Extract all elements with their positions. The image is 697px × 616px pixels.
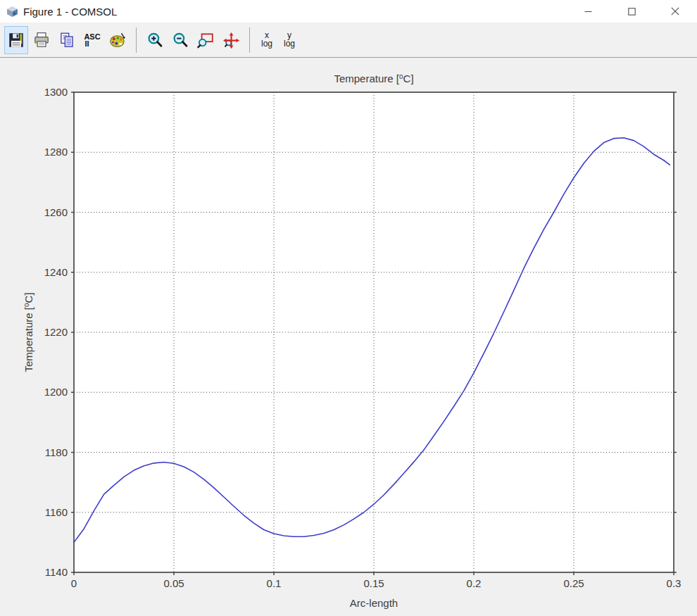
print-button[interactable] [30, 26, 54, 54]
toolbar: ASC II [0, 23, 697, 58]
x-tick-label: 0.2 [467, 577, 482, 589]
x-tick-label: 0.15 [363, 577, 384, 589]
titlebar: Figure 1 - COMSOL [0, 0, 697, 23]
close-button[interactable] [653, 0, 697, 23]
close-icon [671, 7, 679, 15]
maximize-icon [628, 8, 636, 15]
magnifier-minus-icon [171, 31, 189, 49]
figure-canvas: 00.050.10.150.20.250.3114011601180120012… [0, 58, 697, 616]
y-tick-label: 1300 [44, 86, 68, 98]
minimize-button[interactable] [566, 0, 610, 23]
x-tick-label: 0.1 [267, 577, 282, 589]
zoom-box-button[interactable] [194, 26, 218, 54]
x-tick-label: 0.05 [163, 577, 184, 589]
plot-area[interactable]: 00.050.10.150.20.250.3114011601180120012… [0, 58, 697, 616]
pan-arrows-icon [222, 31, 240, 49]
save-button[interactable] [4, 26, 28, 54]
y-tick-label: 1240 [44, 266, 68, 278]
pan-button[interactable] [219, 26, 243, 54]
zoom-in-button[interactable] [143, 26, 167, 54]
window-controls [566, 0, 697, 23]
x-log-button[interactable]: x log [256, 26, 277, 54]
toolbar-separator [249, 27, 250, 53]
figure-window: Figure 1 - COMSOL [0, 0, 697, 616]
x-tick-label: 0.3 [667, 577, 682, 589]
plot-title: Temperature [oC] [334, 73, 413, 84]
floppy-disk-icon [7, 31, 25, 49]
color-palette-button[interactable] [106, 26, 130, 54]
printer-icon [32, 31, 51, 49]
window-title: Figure 1 - COMSOL [23, 6, 117, 18]
toolbar-separator [136, 27, 137, 53]
copy-button[interactable] [55, 26, 79, 54]
y-tick-label: 1180 [45, 446, 68, 458]
y-tick-label: 1260 [44, 206, 68, 218]
y-log-label: y log [284, 32, 295, 48]
zoom-out-button[interactable] [168, 26, 192, 54]
x-tick-label: 0 [71, 577, 77, 589]
export-ascii-button[interactable]: ASC II [80, 26, 104, 54]
color-palette-icon [108, 31, 127, 49]
x-log-label: x log [261, 32, 272, 48]
maximize-button[interactable] [610, 0, 653, 23]
magnifier-plus-icon [146, 31, 164, 49]
copy-pages-icon [58, 31, 76, 49]
y-axis-label: Temperature [oC] [23, 292, 34, 372]
minimize-icon [584, 8, 592, 15]
x-axis-label: Arc-length [350, 597, 398, 609]
y-tick-label: 1200 [44, 386, 68, 398]
comsol-logo-icon [6, 6, 18, 18]
y-tick-label: 1160 [45, 506, 68, 518]
y-tick-label: 1220 [44, 326, 68, 338]
y-tick-label: 1280 [44, 146, 68, 158]
x-tick-label: 0.25 [563, 577, 584, 589]
y-tick-label: 1140 [45, 566, 68, 578]
ascii-text-icon: ASC II [84, 33, 100, 47]
magnifier-rect-icon [196, 31, 215, 49]
y-log-button[interactable]: y log [279, 26, 300, 54]
